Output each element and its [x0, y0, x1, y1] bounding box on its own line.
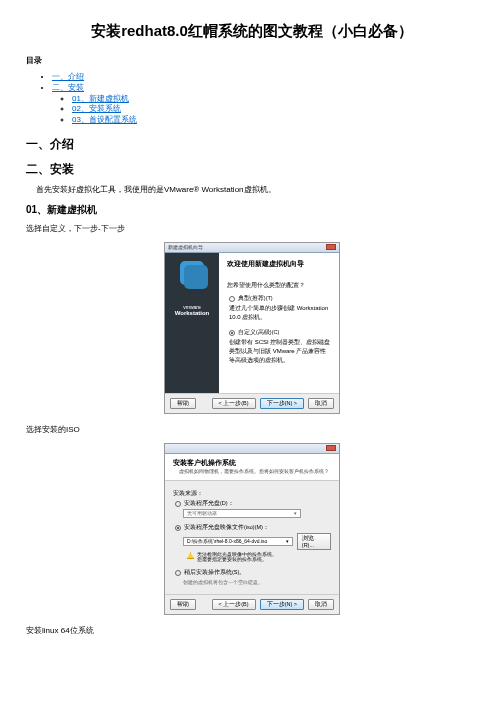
wizard-content: 欢迎使用新建虚拟机向导 您希望使用什么类型的配置？ 典型(推荐)(T) 通过几个… [219, 253, 339, 393]
back-button[interactable]: < 上一步(B) [212, 398, 256, 409]
vmware-logo-icon [180, 261, 204, 285]
radio-disc-label: 安装程序光盘(D)： [184, 500, 234, 507]
screenshot-2: 安装客户机操作系统 虚拟机如同物理机，需要操作系统。您将如何安装客户机操作系统？… [26, 443, 478, 615]
radio-icon [175, 570, 181, 576]
radio-later-label: 稍后安装操作系统(S)。 [184, 569, 245, 576]
cancel-button[interactable]: 取消 [308, 398, 334, 409]
help-button[interactable]: 帮助 [170, 599, 196, 610]
wizard-header-desc: 虚拟机如同物理机，需要操作系统。您将如何安装客户机操作系统？ [179, 468, 331, 474]
browse-button[interactable]: 浏览(R)... [297, 533, 331, 550]
wizard-window-2: 安装客户机操作系统 虚拟机如同物理机，需要操作系统。您将如何安装客户机操作系统？… [164, 443, 340, 615]
toc-label: 目录 [26, 55, 478, 66]
step-text-3: 安装linux 64位系统 [26, 625, 478, 636]
wizard-heading: 欢迎使用新建虚拟机向导 [227, 259, 331, 269]
source-group-label: 安装来源： [173, 489, 331, 498]
window-title-text: 新建虚拟机向导 [168, 244, 203, 250]
radio-custom-label: 自定义(高级)(C) [238, 329, 279, 336]
wizard-body: 安装来源： 安装程序光盘(D)： 无可用驱动器 ▾ 安装程序光盘映像文件(iso… [165, 481, 339, 594]
window-titlebar [165, 444, 339, 454]
radio-later[interactable]: 稍后安装操作系统(S)。 [175, 569, 331, 576]
radio-icon [229, 330, 235, 336]
brand-top: vmware [183, 304, 201, 310]
step-text-2: 选择安装的ISO [26, 424, 478, 435]
section-install-heading: 二、安装 [26, 161, 478, 178]
vmware-brand-text: vmware Workstation [175, 305, 210, 317]
subsection-newvm-heading: 01、新建虚拟机 [26, 203, 478, 217]
toc-link-intro[interactable]: 一、介绍 [52, 72, 84, 81]
wizard-footer: 帮助 < 上一步(B) 下一步(N) > 取消 [165, 594, 339, 614]
radio-iso[interactable]: 安装程序光盘映像文件(iso)(M)： [175, 524, 331, 531]
drive-select[interactable]: 无可用驱动器 ▾ [183, 509, 301, 518]
help-button[interactable]: 帮助 [170, 398, 196, 409]
iso-path-select[interactable]: D:\操作系统\rhel-8.0-x86_64-dvd.iso ▾ [183, 537, 293, 546]
toc-link-newvm[interactable]: 01、新建虚拟机 [72, 94, 129, 103]
toc-link-config[interactable]: 03、首设配置系统 [72, 115, 137, 124]
radio-custom[interactable]: 自定义(高级)(C) [229, 329, 331, 336]
radio-iso-label: 安装程序光盘映像文件(iso)(M)： [184, 524, 269, 531]
section-intro-heading: 一、介绍 [26, 136, 478, 153]
close-icon[interactable] [326, 445, 336, 451]
page-title: 安装redhat8.0红帽系统的图文教程（小白必备） [26, 22, 478, 41]
wizard-sidebar: vmware Workstation [165, 253, 219, 393]
chevron-down-icon: ▾ [286, 538, 289, 544]
later-note: 创建的虚拟机将包含一个空白硬盘。 [183, 579, 331, 585]
radio-icon [175, 525, 181, 531]
toc-link-installsys[interactable]: 02、安装系统 [72, 104, 121, 113]
screenshot-1: 新建虚拟机向导 vmware Workstation 欢迎使用新建虚拟机向导 您… [26, 242, 478, 414]
radio-typical-desc: 通过几个简单的步骤创建 Workstation 10.0 虚拟机。 [229, 304, 331, 322]
drive-select-value: 无可用驱动器 [187, 510, 217, 516]
install-intro-text: 首先安装好虚拟化工具，我使用的是VMware® Workstation虚拟机。 [36, 184, 478, 195]
radio-custom-desc: 创建带有 SCSI 控制器类型、虚拟磁盘类型以及与旧版 VMware 产品兼容性… [229, 338, 331, 365]
toc-link-install[interactable]: 二、安装 [52, 83, 84, 92]
radio-typical-label: 典型(推荐)(T) [238, 295, 273, 302]
close-icon[interactable] [326, 244, 336, 250]
radio-disc[interactable]: 安装程序光盘(D)： [175, 500, 331, 507]
radio-icon [229, 296, 235, 302]
brand-main: Workstation [175, 310, 210, 317]
next-button[interactable]: 下一步(N) > [260, 398, 304, 409]
article-page: 安装redhat8.0红帽系统的图文教程（小白必备） 目录 一、介绍 二、安装 … [0, 0, 504, 664]
radio-icon [175, 501, 181, 507]
wizard-header: 安装客户机操作系统 虚拟机如同物理机，需要操作系统。您将如何安装客户机操作系统？ [165, 454, 339, 481]
wizard-question: 您希望使用什么类型的配置？ [227, 281, 331, 290]
wizard-window-1: 新建虚拟机向导 vmware Workstation 欢迎使用新建虚拟机向导 您… [164, 242, 340, 414]
toc-list: 一、介绍 二、安装 01、新建虚拟机 02、安装系统 03、首设配置系统 [26, 72, 478, 126]
wizard-header-title: 安装客户机操作系统 [173, 458, 331, 468]
warning-row: 无法检测此光盘映像中的操作系统。 您需要指定要安装的操作系统。 [187, 552, 331, 563]
wizard-footer: 帮助 < 上一步(B) 下一步(N) > 取消 [165, 393, 339, 413]
window-titlebar: 新建虚拟机向导 [165, 243, 339, 253]
back-button[interactable]: < 上一步(B) [212, 599, 256, 610]
iso-path-value: D:\操作系统\rhel-8.0-x86_64-dvd.iso [187, 538, 267, 544]
next-button[interactable]: 下一步(N) > [260, 599, 304, 610]
warning-text-2: 您需要指定要安装的操作系统。 [197, 557, 277, 563]
cancel-button[interactable]: 取消 [308, 599, 334, 610]
radio-typical[interactable]: 典型(推荐)(T) [229, 295, 331, 302]
chevron-down-icon: ▾ [294, 510, 297, 516]
step-text-1: 选择自定义，下一步-下一步 [26, 223, 478, 234]
warning-icon [187, 552, 194, 559]
